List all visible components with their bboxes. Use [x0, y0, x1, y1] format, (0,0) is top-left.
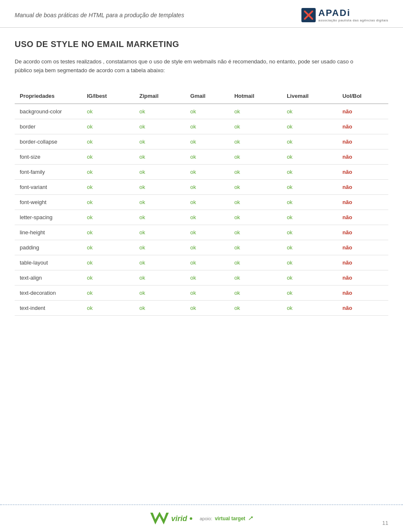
apadi-subtitle: associação paulista das agências digitai… [318, 18, 388, 22]
property-name: background-color [15, 104, 82, 119]
arrow-icon [248, 516, 254, 522]
property-name: font-weight [15, 194, 82, 210]
support-value: ok [185, 149, 229, 164]
support-value: ok [82, 134, 134, 149]
property-name: table-layout [15, 255, 82, 270]
support-value: não [338, 119, 388, 134]
support-value: não [338, 225, 388, 240]
table-row: font-familyokokokokoknão [15, 164, 388, 179]
support-value: ok [134, 255, 185, 270]
virid-text: virid [171, 514, 187, 523]
table-row: paddingokokokokoknão [15, 240, 388, 255]
table-header: Propriedades IG/Ibest Zipmail Gmail Hotm… [15, 89, 388, 104]
table-row: line-heightokokokokoknão [15, 225, 388, 240]
support-value: ok [229, 164, 282, 179]
support-value: não [338, 210, 388, 225]
support-value: ok [82, 164, 134, 179]
page-number: 11 [382, 520, 388, 526]
support-value: ok [82, 104, 134, 119]
support-value: ok [282, 104, 338, 119]
table-row: font-sizeokokokokoknão [15, 149, 388, 164]
support-value: ok [82, 149, 134, 164]
support-value: ok [82, 225, 134, 240]
table-row: text-indentokokokokoknão [15, 300, 388, 315]
svg-marker-3 [150, 512, 169, 524]
support-value: ok [282, 194, 338, 210]
table-row: text-alignokokokokoknão [15, 270, 388, 285]
support-value: ok [282, 149, 338, 164]
support-value: ok [134, 104, 185, 119]
support-value: ok [185, 240, 229, 255]
table-row: borderokokokokoknão [15, 119, 388, 134]
support-value: ok [185, 270, 229, 285]
support-value: ok [282, 240, 338, 255]
virid-icon [149, 511, 170, 526]
apadi-x-icon [301, 8, 316, 22]
support-value: ok [282, 285, 338, 300]
property-name: font-size [15, 149, 82, 164]
support-value: ok [185, 164, 229, 179]
support-value: não [338, 255, 388, 270]
support-value: não [338, 134, 388, 149]
support-value: ok [134, 300, 185, 315]
support-value: ok [229, 255, 282, 270]
col-zipmail: Zipmail [134, 89, 185, 104]
support-value: ok [229, 300, 282, 315]
support-value: ok [282, 255, 338, 270]
page-header: Manual de boas práticas de HTML para a p… [0, 0, 403, 28]
col-hotmail: Hotmail [229, 89, 282, 104]
support-value: ok [229, 225, 282, 240]
apoio-label: apoio: [200, 516, 212, 521]
property-name: line-height [15, 225, 82, 240]
property-name: text-align [15, 270, 82, 285]
support-value: ok [82, 270, 134, 285]
virid-logo: virid [149, 511, 192, 526]
page-footer: virid apoio: virtual target 11 [0, 504, 403, 532]
style-support-table: Propriedades IG/Ibest Zipmail Gmail Hotm… [15, 89, 388, 316]
table-header-row: Propriedades IG/Ibest Zipmail Gmail Hotm… [15, 89, 388, 104]
support-value: ok [229, 285, 282, 300]
support-value: ok [185, 285, 229, 300]
support-value: ok [82, 255, 134, 270]
table-row: border-collapseokokokokoknão [15, 134, 388, 149]
support-value: ok [134, 285, 185, 300]
support-value: ok [185, 255, 229, 270]
property-name: text-indent [15, 300, 82, 315]
virid-dot [190, 517, 192, 520]
support-value: não [338, 179, 388, 194]
support-value: ok [82, 194, 134, 210]
property-name: font-variant [15, 179, 82, 194]
support-value: ok [134, 149, 185, 164]
support-value: ok [282, 210, 338, 225]
support-value: ok [229, 210, 282, 225]
support-value: ok [229, 194, 282, 210]
apadi-text-block: APADi associação paulista das agências d… [318, 8, 388, 22]
support-value: ok [229, 134, 282, 149]
support-value: não [338, 300, 388, 315]
support-value: ok [134, 134, 185, 149]
support-value: ok [185, 179, 229, 194]
intro-paragraph: De acordo com os testes realizados , con… [15, 58, 359, 75]
col-gmail: Gmail [185, 89, 229, 104]
header-title: Manual de boas práticas de HTML para a p… [15, 12, 184, 18]
support-value: ok [282, 164, 338, 179]
col-igibest: IG/Ibest [82, 89, 134, 104]
support-value: ok [134, 164, 185, 179]
support-value: ok [229, 149, 282, 164]
col-uolbol: UoI/BoI [338, 89, 388, 104]
support-value: ok [282, 270, 338, 285]
table-row: table-layoutokokokokoknão [15, 255, 388, 270]
support-value: não [338, 270, 388, 285]
table-body: background-colorokokokokoknãoborderokoko… [15, 104, 388, 316]
support-value: ok [185, 210, 229, 225]
support-value: ok [134, 225, 185, 240]
support-value: ok [282, 300, 338, 315]
support-value: ok [185, 300, 229, 315]
support-value: ok [282, 119, 338, 134]
support-value: não [338, 164, 388, 179]
support-value: ok [134, 179, 185, 194]
apoio-block: apoio: virtual target [200, 516, 254, 522]
main-content: USO DE STYLE NO EMAIL MARKETING De acord… [0, 28, 403, 316]
support-value: ok [82, 300, 134, 315]
support-value: ok [82, 285, 134, 300]
